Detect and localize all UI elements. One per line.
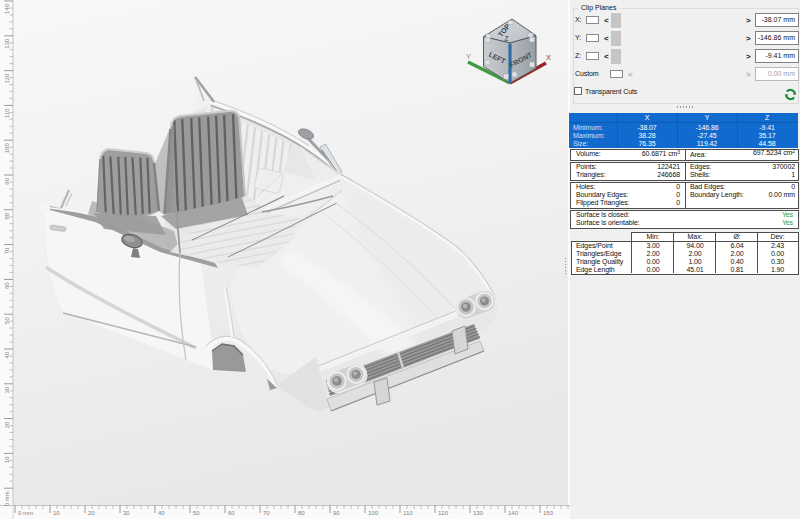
svg-text:100: 100 <box>368 510 379 516</box>
svg-text:90: 90 <box>4 177 10 184</box>
svg-text:10: 10 <box>53 510 60 516</box>
svg-text:110: 110 <box>4 108 10 118</box>
svg-text:110: 110 <box>403 510 413 516</box>
svg-text:60: 60 <box>4 282 10 289</box>
svg-text:100: 100 <box>4 143 10 154</box>
svg-text:120: 120 <box>438 510 449 516</box>
svg-text:0 mm: 0 mm <box>18 510 33 516</box>
svg-text:90: 90 <box>333 510 340 516</box>
svg-text:60: 60 <box>228 510 235 516</box>
svg-text:Y: Y <box>466 52 471 61</box>
svg-text:80: 80 <box>4 212 10 219</box>
svg-text:Z: Z <box>505 35 509 42</box>
svg-text:70: 70 <box>263 510 270 516</box>
svg-text:10: 10 <box>4 456 10 463</box>
svg-text:40: 40 <box>158 510 165 516</box>
svg-text:120: 120 <box>4 73 10 84</box>
svg-text:0 mm: 0 mm <box>4 491 10 506</box>
svg-text:80: 80 <box>298 510 305 516</box>
svg-text:70: 70 <box>4 247 10 254</box>
svg-text:20: 20 <box>88 510 95 516</box>
svg-text:30: 30 <box>123 510 130 516</box>
svg-text:X: X <box>546 53 551 62</box>
svg-text:130: 130 <box>4 38 10 49</box>
svg-text:50: 50 <box>193 510 200 516</box>
svg-text:150: 150 <box>543 510 554 516</box>
svg-text:140: 140 <box>4 3 10 14</box>
svg-text:50: 50 <box>4 317 10 324</box>
svg-text:130: 130 <box>473 510 484 516</box>
svg-text:30: 30 <box>4 386 10 393</box>
svg-text:40: 40 <box>4 351 10 358</box>
svg-text:20: 20 <box>4 421 10 428</box>
svg-text:140: 140 <box>508 510 519 516</box>
